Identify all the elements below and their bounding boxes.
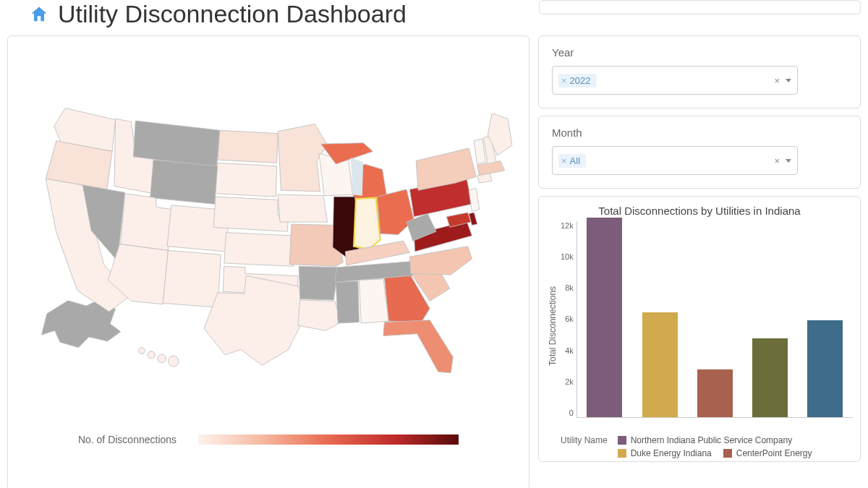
legend-label: No. of Disconnections: [78, 434, 176, 445]
state-ms[interactable]: [336, 281, 359, 323]
year-chip[interactable]: × 2022: [558, 74, 597, 87]
bar-3[interactable]: [752, 338, 788, 416]
state-fl[interactable]: [383, 320, 453, 373]
map-legend: No. of Disconnections: [78, 434, 459, 445]
chart-legend: Utility Name Northern Indiana Public Ser…: [546, 431, 853, 458]
year-filter-box: Year × 2022 ×: [538, 35, 861, 108]
year-filter-label: Year: [552, 46, 847, 59]
x-axis-label: Utility Name: [561, 435, 608, 458]
bar-0[interactable]: [587, 218, 622, 417]
state-ct[interactable]: [477, 174, 492, 183]
state-la[interactable]: [298, 300, 341, 330]
clear-icon[interactable]: ×: [774, 155, 780, 166]
state-wy[interactable]: [150, 160, 218, 204]
bar-2[interactable]: [697, 369, 733, 416]
us-choropleth-map[interactable]: [15, 51, 522, 398]
svg-point-0: [139, 348, 145, 354]
legend-gradient: [198, 435, 459, 445]
month-select[interactable]: × All ×: [552, 146, 798, 175]
legend-item[interactable]: Northern Indiana Public Service Company: [618, 435, 792, 445]
state-nm[interactable]: [163, 250, 221, 307]
svg-point-2: [158, 354, 166, 363]
state-ar[interactable]: [299, 266, 338, 300]
y-axis-label: Total Disconnections: [546, 221, 559, 431]
chevron-down-icon[interactable]: [786, 79, 791, 82]
state-hi[interactable]: [139, 348, 179, 367]
home-icon[interactable]: [29, 4, 49, 25]
map-panel: No. of Disconnections: [7, 35, 529, 488]
state-ne[interactable]: [213, 197, 289, 231]
state-de[interactable]: [469, 213, 477, 226]
bar-1[interactable]: [642, 312, 678, 417]
month-chip[interactable]: × All: [558, 154, 586, 168]
month-filter-box: Month × All ×: [538, 116, 861, 189]
svg-point-3: [168, 356, 179, 367]
chip-remove-icon[interactable]: ×: [561, 155, 567, 166]
top-filter-placeholder: [539, 0, 861, 14]
chip-remove-icon[interactable]: ×: [561, 75, 567, 86]
year-select[interactable]: × 2022 ×: [552, 66, 798, 95]
state-al[interactable]: [359, 279, 388, 323]
bar-plot[interactable]: [576, 221, 853, 418]
state-ks[interactable]: [224, 233, 295, 267]
state-nd[interactable]: [218, 130, 278, 163]
page-title: Utility Disconnection Dashboard: [58, 0, 407, 28]
bar-chart-panel: Total Disconnections by Utilities in Ind…: [538, 196, 861, 462]
state-in[interactable]: [354, 198, 380, 249]
state-ut[interactable]: [121, 194, 172, 251]
legend-item[interactable]: CenterPoint Energy: [723, 448, 812, 458]
state-sd[interactable]: [216, 163, 277, 197]
state-nj[interactable]: [469, 188, 480, 211]
state-ia[interactable]: [278, 194, 328, 222]
month-filter-label: Month: [552, 127, 847, 139]
clear-icon[interactable]: ×: [774, 75, 780, 86]
state-vt[interactable]: [474, 139, 485, 164]
bar-4[interactable]: [807, 320, 843, 416]
chevron-down-icon[interactable]: [786, 159, 791, 163]
legend-item[interactable]: Duke Energy Indiana: [618, 448, 712, 458]
y-axis-ticks: 12k10k8k6k4k2k0: [559, 221, 576, 431]
chart-title: Total Disconnections by Utilities in Ind…: [546, 204, 853, 218]
svg-point-1: [148, 351, 155, 359]
